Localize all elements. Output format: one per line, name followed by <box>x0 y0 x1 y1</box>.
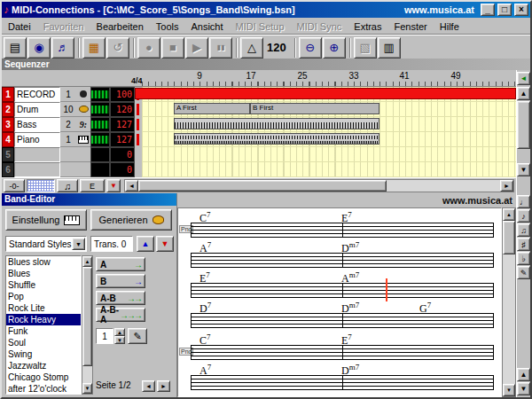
dropdown-arrow-icon[interactable]: ▼ <box>72 238 85 250</box>
chord-symbol[interactable]: E7 <box>341 210 352 225</box>
pencil-tool-icon[interactable]: ✎ <box>517 266 530 279</box>
style-option[interactable]: Shuffle <box>6 279 81 291</box>
style-option-selected[interactable]: Rock Heavy <box>6 314 81 325</box>
chord-symbol[interactable]: A7 <box>200 240 211 255</box>
track-number[interactable]: 1 <box>2 87 14 102</box>
chord-symbol[interactable]: Dm7 <box>341 301 359 316</box>
bass-clip[interactable] <box>174 118 379 129</box>
menu-extras[interactable]: Extras <box>348 20 387 34</box>
track-number[interactable]: 6 <box>2 162 14 177</box>
eighth-note-tool-icon[interactable]: ♪ <box>517 209 530 223</box>
scrollbar-thumb[interactable] <box>82 267 92 366</box>
track-name[interactable]: Piano <box>14 132 60 147</box>
style-option[interactable]: Funk <box>6 325 81 337</box>
scrollbar-thumb[interactable] <box>138 180 387 192</box>
track-channel[interactable]: 10 <box>60 102 76 117</box>
style-option[interactable]: Blues slow <box>6 256 81 268</box>
style-list-scrollbar[interactable]: ▲ ▼ <box>82 255 93 395</box>
track-number[interactable]: 3 <box>2 117 14 132</box>
transpose-up-button[interactable]: ▲ <box>137 236 154 252</box>
style-option[interactable]: Blues <box>6 268 81 279</box>
scrollbar-thumb[interactable] <box>503 221 515 254</box>
style-option[interactable]: Jazzwaltz <box>6 360 81 372</box>
scroll-down-icon[interactable]: ▼ <box>82 383 92 394</box>
track-name[interactable] <box>14 147 60 162</box>
chord-symbol[interactable]: C7 <box>200 210 211 225</box>
chord-symbol[interactable]: C7 <box>200 332 211 348</box>
close-button[interactable]: × <box>514 4 528 16</box>
beamed-notes-tool-icon[interactable]: ♫ <box>517 223 530 237</box>
open-file-button[interactable]: ▤ <box>4 37 27 59</box>
zoom-in-button[interactable]: ⊕ <box>323 37 346 59</box>
track-lane[interactable]: A First B First <box>142 102 516 117</box>
track-lane[interactable] <box>142 162 516 177</box>
score-vertical-scrollbar[interactable]: ▲ ▼ <box>502 207 516 397</box>
style-option[interactable]: after 12'o'clock <box>6 383 81 395</box>
transpose-down-button[interactable]: ▼ <box>156 236 174 252</box>
chord-symbol[interactable]: A7 <box>200 363 211 378</box>
chord-symbol[interactable]: E7 <box>200 270 210 286</box>
track-lane[interactable] <box>142 117 516 132</box>
menu-bearbeiten[interactable]: Bearbeiten <box>90 20 150 34</box>
chord-symbol[interactable]: Dm7 <box>341 240 359 255</box>
spinner-up-icon[interactable]: ▲ <box>114 328 125 336</box>
style-option[interactable]: Chicago Stomp <box>6 372 81 383</box>
ruler-ticks[interactable]: 9 17 25 33 41 49 <box>142 70 516 86</box>
scroll-down-icon[interactable]: ▼ <box>517 382 530 395</box>
metronome-button[interactable]: △ <box>240 37 263 59</box>
menu-fenster[interactable]: Fenster <box>387 20 433 34</box>
pattern-a-button[interactable]: A → <box>96 257 145 271</box>
drum-clip-a[interactable]: A First <box>174 103 250 114</box>
settings-button[interactable]: Einstellung <box>5 209 87 231</box>
song-overview[interactable] <box>27 179 55 192</box>
marker-button[interactable]: ▼ <box>106 179 121 192</box>
track-name[interactable]: Bass <box>14 117 60 132</box>
track-name[interactable]: RECORD <box>14 87 60 102</box>
keyboard-button[interactable]: ▥ <box>378 37 401 59</box>
pattern-ab-button[interactable]: A-B →→ <box>96 291 145 305</box>
track-channel[interactable]: 1 <box>60 87 76 102</box>
track-channel[interactable]: 1 <box>60 132 76 147</box>
scroll-left-icon[interactable]: ◄ <box>125 180 138 192</box>
scroll-up-icon[interactable]: ▲ <box>82 256 92 267</box>
page-next-icon[interactable]: ► <box>157 380 170 392</box>
scrollbar-thumb[interactable] <box>517 101 530 149</box>
chord-symbol[interactable]: G7 <box>419 301 431 316</box>
print-button[interactable]: ▦ <box>82 37 106 59</box>
timeline-ruler[interactable]: 4/4 9 17 25 33 41 49 <box>2 70 516 87</box>
minimize-button[interactable]: _ <box>481 4 495 16</box>
scroll-up-icon[interactable]: ▲ <box>503 208 515 221</box>
track-number[interactable]: 2 <box>2 102 14 117</box>
chord-symbol[interactable]: Dm7 <box>341 363 359 378</box>
flat-tool-icon[interactable]: ♭ <box>517 252 530 265</box>
style-category-dropdown[interactable]: Standard Styles ▼ <box>5 236 87 252</box>
scroll-up-icon[interactable]: ▲ <box>517 87 530 100</box>
scroll-down-icon[interactable]: ▼ <box>503 384 515 396</box>
zoom-out-button[interactable]: ⊖ <box>299 37 322 59</box>
note-editor-button[interactable]: ♫ <box>57 179 78 192</box>
quarter-note-tool-icon[interactable]: ♩ <box>517 195 530 208</box>
track-number[interactable]: 5 <box>2 147 14 162</box>
page-prev-icon[interactable]: ◄ <box>142 380 155 392</box>
track-channel[interactable] <box>60 162 76 177</box>
track-lane[interactable] <box>142 87 516 102</box>
pattern-b-button[interactable]: B → <box>96 274 145 288</box>
menu-tools[interactable]: Tools <box>150 20 185 34</box>
horizontal-scrollbar[interactable]: ◄ ► <box>124 179 514 192</box>
maximize-button[interactable]: □ <box>497 4 512 16</box>
transpose-field[interactable]: Trans. 0 <box>90 236 133 252</box>
notes-button[interactable]: ♬ <box>51 37 74 59</box>
chord-symbol[interactable]: Am7 <box>341 270 359 286</box>
track-lane[interactable] <box>142 147 516 162</box>
chord-symbol[interactable]: E7 <box>341 332 352 348</box>
track-name[interactable] <box>14 162 60 177</box>
style-option[interactable]: Rock Lite <box>6 302 81 314</box>
scroll-down-icon[interactable]: ▼ <box>517 163 530 176</box>
sharp-tool-icon[interactable]: ♯ <box>517 238 530 251</box>
track-lane[interactable] <box>142 132 516 147</box>
scroll-up-icon[interactable]: ▲ <box>517 368 530 381</box>
menu-ansicht[interactable]: Ansicht <box>184 20 229 34</box>
record-clip[interactable] <box>135 88 516 99</box>
generate-button[interactable]: Generieren <box>90 209 172 231</box>
scroll-right-icon[interactable]: ► <box>500 180 513 192</box>
